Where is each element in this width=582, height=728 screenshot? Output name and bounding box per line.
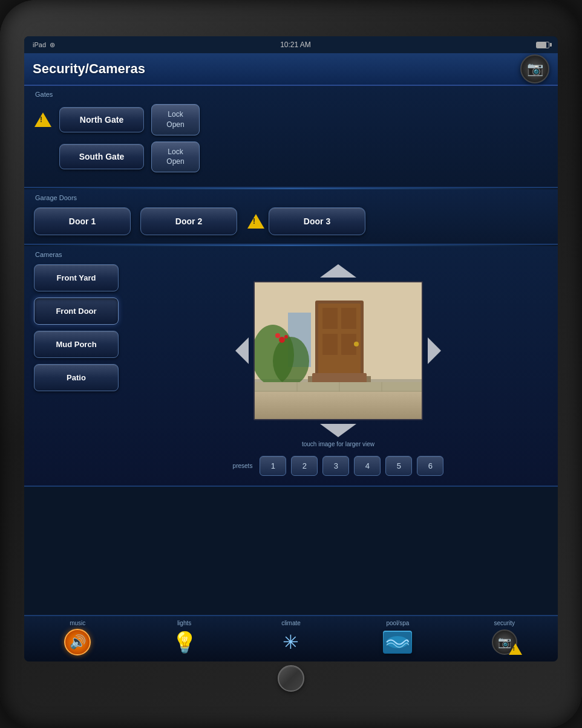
- app-header: Security/Cameras 📷: [24, 53, 558, 86]
- security-nav-icon-wrap: 📷: [490, 628, 519, 657]
- main-content: Gates North Gate Lock Open: [24, 86, 558, 615]
- nav-music[interactable]: music 🔊: [53, 620, 102, 657]
- pool-icon-wrap: [383, 631, 412, 654]
- door-3-warning-icon: [247, 212, 265, 230]
- nav-lights-label: lights: [177, 620, 191, 626]
- warning-triangle-north: [34, 112, 51, 127]
- camera-front-yard[interactable]: Front Yard: [34, 264, 119, 291]
- cameras-section: Cameras Front Yard Front Door Mud Porch …: [24, 246, 558, 487]
- camera-hint: touch image for larger view: [302, 441, 374, 447]
- nav-security[interactable]: security 📷: [480, 620, 529, 657]
- preset-6-button[interactable]: 6: [417, 456, 443, 476]
- lights-icon: 💡: [170, 628, 199, 657]
- nav-climate[interactable]: climate ✳: [267, 620, 315, 657]
- status-time: 10:21 AM: [280, 41, 311, 49]
- cameras-content: Front Yard Front Door Mud Porch Patio: [34, 264, 548, 476]
- svg-point-12: [273, 337, 309, 385]
- camera-mud-porch[interactable]: Mud Porch: [34, 331, 119, 358]
- home-button[interactable]: [278, 665, 304, 692]
- camera-feed-image: [255, 282, 422, 419]
- nav-lights[interactable]: lights 💡: [160, 620, 209, 657]
- security-warning-badge: [509, 643, 522, 655]
- north-gate-row: North Gate Lock Open: [34, 104, 548, 135]
- camera-list: Front Yard Front Door Mud Porch Patio: [34, 264, 119, 476]
- north-gate-lock-label: Lock: [163, 109, 188, 120]
- preset-3-button[interactable]: 3: [322, 456, 349, 476]
- north-gate-lock-button[interactable]: Lock Open: [151, 104, 200, 135]
- nav-pool-label: pool/spa: [386, 620, 409, 626]
- svg-point-22: [275, 333, 280, 338]
- nav-music-label: music: [70, 620, 85, 626]
- gates-section: Gates North Gate Lock Open: [24, 86, 558, 188]
- battery-fill: [537, 42, 546, 48]
- garage-label: Garage Doors: [35, 194, 548, 201]
- pan-right-button[interactable]: [428, 337, 441, 364]
- pool-icon: [383, 628, 412, 657]
- ipad-frame: iPad ⊛ 10:21 AM Security/Cameras 📷 Gates: [0, 0, 582, 728]
- svg-point-23: [284, 335, 288, 339]
- presets-label: presets: [233, 463, 253, 469]
- climate-icon: ✳: [276, 628, 306, 657]
- pan-left-button[interactable]: [235, 337, 249, 364]
- camera-feed[interactable]: [253, 281, 423, 420]
- south-gate-button[interactable]: South Gate: [59, 144, 144, 169]
- south-gate-row: South Gate Lock Open: [34, 141, 548, 173]
- svg-rect-6: [341, 308, 356, 329]
- music-icon-circle: 🔊: [64, 629, 91, 655]
- nav-security-label: security: [494, 620, 515, 626]
- svg-point-21: [279, 337, 285, 343]
- north-gate-open-label: Open: [163, 120, 188, 130]
- bottom-nav: music 🔊 lights 💡 climate ✳ pool/spa: [24, 615, 558, 661]
- camera-front-door[interactable]: Front Door: [34, 297, 119, 325]
- device-model: iPad: [33, 41, 46, 48]
- svg-rect-7: [322, 334, 338, 355]
- nav-pool-spa[interactable]: pool/spa: [373, 620, 422, 657]
- music-icon: 🔊: [63, 628, 92, 657]
- nav-climate-label: climate: [281, 620, 301, 626]
- door-2-button[interactable]: Door 2: [140, 207, 237, 235]
- preset-5-button[interactable]: 5: [385, 456, 412, 476]
- warning-triangle-security: [509, 643, 522, 655]
- security-camera-wrap: 📷: [492, 629, 517, 655]
- cameras-label: Cameras: [35, 251, 548, 258]
- pan-down-button[interactable]: [320, 424, 356, 437]
- door-3-group: Door 3: [247, 207, 365, 235]
- south-gate-lock-button[interactable]: Lock Open: [151, 141, 200, 173]
- north-gate-button[interactable]: North Gate: [59, 107, 144, 132]
- preset-2-button[interactable]: 2: [291, 456, 318, 476]
- warning-triangle-door3: [247, 214, 264, 229]
- svg-rect-5: [322, 308, 338, 329]
- garage-section: Garage Doors Door 1 Door 2 Door 3: [24, 189, 558, 245]
- door-3-button[interactable]: Door 3: [269, 207, 365, 235]
- page-title: Security/Cameras: [33, 61, 145, 77]
- camera-patio[interactable]: Patio: [34, 364, 119, 391]
- ipad-screen: iPad ⊛ 10:21 AM Security/Cameras 📷 Gates: [24, 36, 558, 661]
- gates-label: Gates: [35, 91, 548, 98]
- preset-1-button[interactable]: 1: [260, 456, 286, 476]
- presets-row: presets 1 2 3 4 5 6: [233, 456, 444, 476]
- pan-up-button[interactable]: [320, 264, 356, 278]
- wifi-icon: ⊛: [50, 41, 55, 49]
- door-row: Door 1 Door 2 Door 3: [34, 207, 548, 235]
- camera-feed-svg: [255, 282, 423, 420]
- svg-point-25: [387, 636, 408, 648]
- battery-icon: [536, 42, 549, 48]
- status-left: iPad ⊛: [33, 41, 55, 49]
- north-gate-warning-icon: [34, 111, 52, 129]
- south-gate-lock-label: Lock: [163, 147, 188, 157]
- camera-feed-row: [128, 281, 548, 420]
- south-gate-open-label: Open: [163, 157, 188, 167]
- camera-header-icon[interactable]: 📷: [520, 54, 549, 83]
- svg-point-9: [354, 342, 359, 346]
- svg-rect-15: [255, 382, 423, 420]
- battery-area: [536, 42, 549, 48]
- preset-4-button[interactable]: 4: [354, 456, 381, 476]
- door-1-button[interactable]: Door 1: [34, 207, 131, 235]
- camera-viewer: touch image for larger view presets 1 2 …: [128, 264, 548, 476]
- status-bar: iPad ⊛ 10:21 AM: [24, 36, 558, 53]
